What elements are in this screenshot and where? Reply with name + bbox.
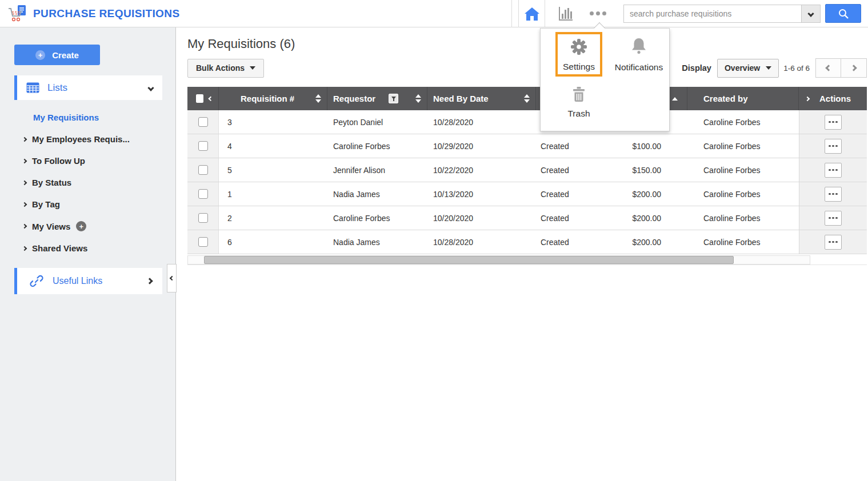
cell-created-by: Caroline Forbes — [687, 230, 799, 254]
header-need-by-date[interactable]: Need By Date — [427, 87, 536, 110]
home-button[interactable] — [518, 0, 545, 27]
cell-actions — [799, 230, 867, 254]
menu-item-settings[interactable]: Settings — [555, 32, 602, 77]
chevron-right-icon — [22, 137, 27, 141]
sort-icon[interactable] — [315, 94, 321, 103]
sort-icon[interactable] — [524, 94, 530, 103]
next-page-button[interactable] — [841, 58, 867, 78]
sidebar-items: My Employees Requis... To Follow Up By S… — [0, 134, 175, 253]
cell-need-by-date: 10/29/2020 — [427, 134, 536, 158]
menu-item-label: Notifications — [615, 62, 663, 73]
row-actions-button[interactable] — [825, 211, 842, 226]
chevron-down-icon[interactable] — [147, 85, 154, 91]
row-checkbox[interactable] — [198, 141, 208, 151]
scrollbar-thumb[interactable] — [204, 256, 734, 264]
sidebar-item[interactable]: To Follow Up — [0, 156, 175, 166]
page-title: My Requisitions (6) — [187, 37, 868, 51]
row-checkbox[interactable] — [198, 189, 208, 199]
row-actions-button[interactable] — [825, 139, 842, 154]
table-row[interactable]: 6 Nadia James 10/28/2020 Created $200.00… — [187, 230, 867, 254]
row-actions-button[interactable] — [825, 187, 842, 202]
add-view-button[interactable]: + — [76, 221, 86, 231]
display-controls: Display Overview 1-6 of 6 — [682, 58, 867, 78]
sidebar-collapse-handle[interactable] — [167, 264, 177, 292]
chevron-left-icon — [169, 276, 174, 280]
topbar: PURCHASE REQUISITIONS — [0, 0, 868, 27]
bulk-actions-button[interactable]: Bulk Actions — [187, 59, 264, 78]
row-checkbox[interactable] — [198, 237, 208, 247]
cell-requestor: Nadia James — [327, 182, 427, 206]
menu-item-notifications[interactable]: Notifications — [610, 37, 667, 73]
cell-need-by-date: 10/28/2020 — [427, 110, 536, 134]
app-title: PURCHASE REQUISITIONS — [33, 7, 180, 20]
header-created-by[interactable]: Created by — [687, 87, 799, 110]
search-button[interactable] — [825, 4, 861, 23]
sidebar-item[interactable]: Shared Views — [0, 243, 175, 253]
cell-requisition-number: 2 — [219, 206, 327, 230]
cell-requestor: Peyton Daniel — [327, 110, 427, 134]
cell-total: $100.00 — [593, 134, 687, 158]
prev-page-button[interactable] — [815, 58, 841, 78]
table-grid-icon — [26, 82, 39, 93]
sidebar-item[interactable]: By Status — [0, 178, 175, 187]
header-select-all[interactable] — [187, 87, 219, 110]
header-requisition-number[interactable]: Requisition # — [219, 87, 327, 110]
more-menu-button[interactable] — [589, 8, 607, 19]
table-row[interactable]: 3 Peyton Daniel 10/28/2020 Caroline Forb… — [187, 110, 867, 134]
row-actions-button[interactable] — [825, 163, 842, 178]
cell-created-by: Caroline Forbes — [687, 134, 799, 158]
row-checkbox[interactable] — [198, 117, 208, 127]
cell-status: Created — [536, 206, 593, 230]
cell-requestor: Jennifer Alison — [327, 158, 427, 182]
table-bottom-border — [187, 264, 867, 265]
row-actions-button[interactable] — [825, 115, 842, 130]
row-select-cell — [187, 110, 219, 134]
cell-total: $200.00 — [593, 206, 687, 230]
cell-need-by-date: 10/20/2020 — [427, 206, 536, 230]
display-label: Display — [682, 63, 711, 73]
reports-button[interactable] — [555, 4, 575, 23]
chevron-right-icon — [22, 158, 27, 163]
row-select-cell — [187, 206, 219, 230]
header-actions[interactable]: Actions — [799, 87, 867, 110]
collapse-columns-icon[interactable] — [209, 96, 213, 101]
menu-item-trash[interactable]: Trash — [555, 85, 602, 119]
sidebar-item[interactable]: My Employees Requis... — [0, 134, 175, 144]
table-body: 3 Peyton Daniel 10/28/2020 Caroline Forb… — [187, 110, 867, 254]
cell-created-by: Caroline Forbes — [687, 206, 799, 230]
sort-icon[interactable] — [415, 94, 421, 103]
useful-links-label: Useful Links — [53, 276, 102, 286]
sidebar-item[interactable]: My Views + — [0, 221, 175, 231]
header-requestor[interactable]: Requestor — [327, 87, 427, 110]
horizontal-scrollbar[interactable] — [187, 255, 810, 264]
app-window: PURCHASE REQUISITIONS — [0, 0, 868, 481]
search-scope-dropdown[interactable] — [802, 5, 821, 23]
select-all-checkbox[interactable] — [196, 94, 203, 103]
row-checkbox[interactable] — [198, 213, 208, 223]
table-row[interactable]: 1 Nadia James 10/13/2020 Created $200.00… — [187, 182, 867, 206]
table-row[interactable]: 4 Caroline Forbes 10/29/2020 Created $10… — [187, 134, 867, 158]
table-row[interactable]: 2 Caroline Forbes 10/20/2020 Created $20… — [187, 206, 867, 230]
row-checkbox[interactable] — [198, 165, 208, 175]
cell-total: $150.00 — [593, 158, 687, 182]
chevron-right-icon — [850, 65, 857, 71]
sidebar-item-lists[interactable]: Lists — [14, 75, 162, 100]
bulk-actions-label: Bulk Actions — [196, 63, 245, 73]
cell-created-by: Caroline Forbes — [687, 158, 799, 182]
search-input[interactable] — [623, 5, 802, 23]
cell-requestor: Caroline Forbes — [327, 206, 427, 230]
cell-total: $200.00 — [593, 182, 687, 206]
bar-chart-icon — [557, 5, 574, 22]
plus-icon: + — [35, 50, 45, 60]
chevron-right-icon — [805, 96, 810, 101]
create-button[interactable]: + Create — [14, 45, 100, 65]
sidebar-item-useful-links[interactable]: Useful Links — [14, 268, 162, 294]
table-row[interactable]: 5 Jennifer Alison 10/22/2020 Created $15… — [187, 158, 867, 182]
display-mode-dropdown[interactable]: Overview — [717, 59, 779, 78]
brand: PURCHASE REQUISITIONS — [0, 3, 180, 24]
filter-icon[interactable] — [389, 94, 398, 103]
sort-ascending-icon[interactable] — [672, 97, 678, 101]
sidebar-item-my-requisitions[interactable]: My Requisitions — [33, 113, 175, 122]
sidebar-item[interactable]: By Tag — [0, 199, 175, 209]
row-actions-button[interactable] — [825, 235, 842, 250]
